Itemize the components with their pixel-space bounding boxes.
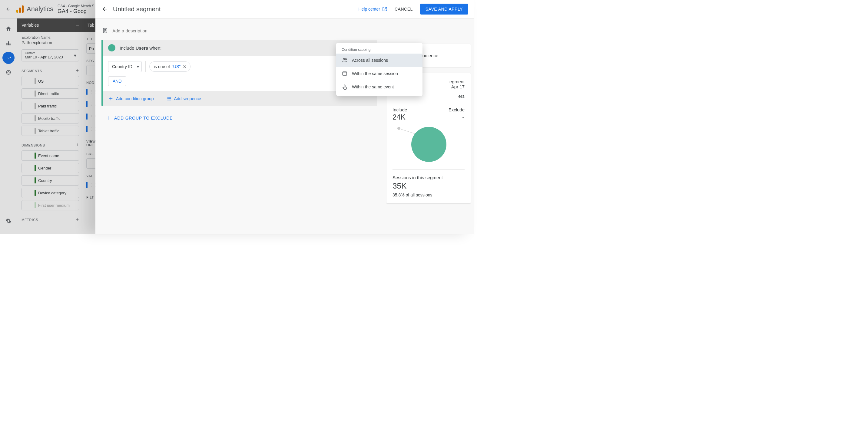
add-sequence-button[interactable]: Add sequence: [166, 96, 202, 101]
svg-rect-0: [6, 43, 7, 45]
description-row: [102, 25, 468, 37]
exploration-name-label: Exploration Name:: [22, 35, 79, 40]
dimension-chip[interactable]: ⋮⋮Event name: [22, 151, 79, 161]
touch-icon: [342, 84, 348, 90]
drag-handle-icon: ⋮⋮: [24, 203, 32, 207]
include-condition-card: Include Users when: Country ID ▾ is one …: [101, 40, 377, 106]
drag-handle-icon: ⋮⋮: [24, 166, 32, 170]
analytics-logo: Analytics: [17, 5, 53, 13]
dimension-chip[interactable]: ⋮⋮Gender: [22, 163, 79, 173]
scoping-label: Condition scoping: [336, 46, 423, 54]
variables-title: Variables: [22, 23, 39, 28]
segment-chip[interactable]: ⋮⋮Direct traffic: [22, 88, 79, 99]
description-input[interactable]: [112, 28, 234, 33]
divider: [145, 61, 146, 72]
and-button[interactable]: AND: [108, 76, 126, 86]
account-line2: GA4 - Goog: [58, 8, 87, 14]
sessions-label: Sessions in this segment: [393, 175, 465, 180]
segment-chip[interactable]: ⋮⋮Tablet traffic: [22, 126, 79, 136]
plus-icon: [105, 115, 111, 121]
account-line1: GA4 - Google Merch S: [58, 4, 94, 8]
scope-same-event[interactable]: Within the same event: [336, 80, 423, 94]
segment-editor-modal: Untitled segment Help center CANCEL SAVE…: [95, 0, 474, 234]
connector-line: [400, 129, 415, 134]
modal-header: Untitled segment Help center CANCEL SAVE…: [95, 0, 474, 19]
dimension-chip[interactable]: ⋮⋮Country: [22, 175, 79, 186]
svg-point-4: [8, 72, 9, 73]
filter-pill[interactable]: is one of "US": [149, 61, 190, 72]
add-dimension-icon[interactable]: +: [76, 142, 79, 148]
collapse-icon[interactable]: −: [76, 22, 79, 28]
svg-point-6: [343, 58, 345, 60]
drag-handle-icon: ⋮⋮: [24, 154, 32, 158]
variables-header: Variables −: [17, 19, 83, 32]
drag-handle-icon: ⋮⋮: [24, 104, 32, 108]
dimensions-section-header: DIMENSIONS +: [22, 142, 79, 148]
segment-title[interactable]: Untitled segment: [113, 5, 161, 13]
date-custom-label: Custom: [25, 52, 76, 55]
add-segment-icon[interactable]: +: [76, 67, 79, 74]
drag-handle-icon: ⋮⋮: [24, 191, 32, 195]
include-label: Include: [393, 107, 407, 112]
remove-filter-icon[interactable]: [182, 64, 187, 69]
scope-same-session[interactable]: Within the same session: [336, 67, 423, 80]
sequence-icon: [166, 96, 172, 101]
segment-chip[interactable]: ⋮⋮US: [22, 76, 79, 86]
venn-chart: [393, 124, 465, 164]
drag-handle-icon: ⋮⋮: [24, 116, 32, 121]
back-arrow-icon[interactable]: [5, 5, 12, 13]
scope-across-sessions[interactable]: Across all sessions: [336, 54, 423, 67]
dimension-chip-disabled[interactable]: ⋮⋮First user medium: [22, 200, 79, 210]
save-and-apply-button[interactable]: SAVE AND APPLY: [420, 4, 468, 14]
sessions-value: 35K: [393, 181, 465, 191]
advertising-icon[interactable]: [2, 66, 14, 78]
svg-rect-2: [9, 43, 10, 45]
sessions-percent: 35.8% of all sessions: [393, 193, 465, 197]
dimension-picker[interactable]: Country ID ▾: [108, 61, 142, 72]
caret-down-icon: ▾: [74, 53, 76, 58]
modal-back-arrow-icon[interactable]: [101, 5, 109, 13]
svg-rect-1: [8, 41, 9, 45]
left-nav-rail: [0, 19, 17, 234]
excluded-dot-icon: [397, 127, 400, 130]
drag-handle-icon: ⋮⋮: [24, 91, 32, 96]
divider: [393, 169, 465, 169]
people-icon: [342, 57, 348, 63]
cancel-button[interactable]: CANCEL: [395, 7, 413, 11]
segment-chip[interactable]: ⋮⋮Mobile traffic: [22, 113, 79, 124]
include-clause: Include Users when:: [120, 45, 161, 51]
plus-icon: [108, 96, 114, 101]
add-metric-icon[interactable]: +: [76, 217, 79, 223]
exclude-value: -: [462, 113, 465, 121]
explore-icon[interactable]: [2, 52, 14, 64]
svg-rect-8: [343, 72, 346, 75]
drag-handle-icon: ⋮⋮: [24, 79, 32, 83]
date-range-picker[interactable]: Custom Mar 19 - Apr 17, 2023 ▾: [22, 50, 79, 61]
window-icon: [342, 70, 348, 76]
analytics-logo-icon: [17, 5, 24, 13]
drag-handle-icon: ⋮⋮: [24, 178, 32, 183]
home-icon[interactable]: [2, 23, 14, 35]
add-condition-group-button[interactable]: Add condition group: [108, 96, 154, 101]
condition-scoping-menu: Condition scoping Across all sessions Wi…: [336, 43, 423, 96]
segments-section-header: SEGMENTS +: [22, 67, 79, 74]
admin-gear-icon[interactable]: [2, 215, 14, 227]
date-range-value: Mar 19 - Apr 17, 2023: [25, 55, 76, 59]
include-circle-icon: [411, 127, 446, 162]
drag-handle-icon: ⋮⋮: [24, 129, 32, 133]
exploration-name[interactable]: Path exploration: [22, 40, 79, 45]
account-picker[interactable]: GA4 - Google Merch S GA4 - Goog: [58, 0, 94, 19]
help-center-link[interactable]: Help center: [358, 6, 388, 12]
open-in-new-icon: [382, 6, 388, 12]
reports-icon[interactable]: [2, 37, 14, 50]
variables-panel: Variables − Exploration Name: Path explo…: [17, 19, 83, 234]
svg-point-7: [345, 59, 346, 60]
include-indicator-icon: [108, 44, 115, 52]
description-icon: [102, 28, 108, 34]
svg-point-3: [6, 70, 10, 74]
segment-chip[interactable]: ⋮⋮Paid traffic: [22, 101, 79, 111]
exclude-label: Exclude: [448, 107, 465, 112]
dimension-chip[interactable]: ⋮⋮Device category: [22, 188, 79, 198]
caret-down-icon: ▾: [137, 64, 139, 69]
app-name: Analytics: [27, 5, 53, 13]
